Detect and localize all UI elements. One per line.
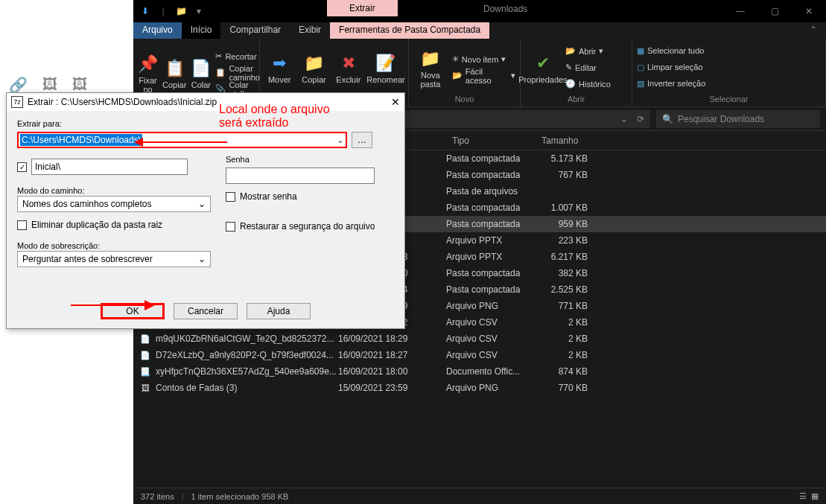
file-type: Pasta compactada xyxy=(446,170,536,180)
extract-to-label: Extrair para: xyxy=(17,119,62,128)
extract-dialog: 7z Extrair : C:\Users\HCMDS\Downloads\In… xyxy=(6,92,405,329)
rename-icon: 📝 xyxy=(375,51,395,75)
menu-file[interactable]: Arquivo xyxy=(133,22,182,39)
ribbon-cut-button[interactable]: ✂Recortar xyxy=(215,49,260,64)
file-size: 767 KB xyxy=(536,170,610,180)
ribbon-properties-button[interactable]: ✔Propriedades xyxy=(525,40,561,95)
menu-home[interactable]: Início xyxy=(182,22,221,39)
qat-divider: | xyxy=(156,4,171,19)
invert-icon: ▨ xyxy=(637,79,644,89)
close-button[interactable]: ✕ xyxy=(792,0,826,22)
file-type: Arquivo PNG xyxy=(446,301,536,311)
svg-marker-3 xyxy=(144,300,155,310)
delete-icon: ✖ xyxy=(342,51,355,75)
search-icon: 🔍 xyxy=(662,114,673,124)
qat-customize-icon[interactable]: ▾ xyxy=(191,4,206,19)
cancel-button[interactable]: Cancelar xyxy=(174,303,238,319)
file-size: 6.217 KB xyxy=(536,252,610,262)
ribbon-rename-button[interactable]: 📝Renomear xyxy=(368,40,404,95)
window-title: Downloads xyxy=(483,4,527,14)
qat-folder-icon[interactable]: 📁 xyxy=(174,4,188,19)
menu-view[interactable]: Exibir xyxy=(290,22,330,39)
file-type: Pasta compactada xyxy=(446,268,536,278)
table-row[interactable]: 📄m9qUK0ZbRN6aICtGW_Te2Q_bd8252372...16/0… xyxy=(133,331,826,347)
table-row[interactable]: 📄D72eXLzbQ_a9nly820P2-Q_b79f3edf0024...1… xyxy=(133,347,826,363)
col-size[interactable]: Tamanho xyxy=(536,135,610,146)
file-size: 2 KB xyxy=(536,334,610,344)
showpw-label: Mostrar senha xyxy=(240,191,297,202)
ribbon-selectall-button[interactable]: ▦Selecionar tudo xyxy=(637,43,821,58)
restore-security-label: Restaurar a segurança do arquivo xyxy=(240,221,375,232)
menu-tools[interactable]: Ferramentas de Pasta Compactada xyxy=(330,22,489,39)
showpw-checkbox[interactable] xyxy=(226,192,235,202)
ribbon-edit-button[interactable]: ✎Editar xyxy=(565,60,611,75)
history-icon: 🕘 xyxy=(565,79,576,89)
sevenzip-icon: 7z xyxy=(11,96,23,108)
file-size: 5.173 KB xyxy=(536,153,610,164)
file-type: Arquivo PPTX xyxy=(446,235,536,246)
minimize-button[interactable]: — xyxy=(723,0,757,22)
file-name: Contos de Fadas (3) xyxy=(156,383,237,393)
selectnone-icon: ▢ xyxy=(637,63,644,72)
file-type: Pasta compactada xyxy=(446,153,536,164)
chevron-down-icon[interactable]: ⌄ xyxy=(337,135,344,145)
move-icon: ➡ xyxy=(273,51,286,75)
file-type: Arquivo PPTX xyxy=(446,252,536,262)
search-placeholder: Pesquisar Downloads xyxy=(678,114,764,124)
dialog-close-button[interactable]: ✕ xyxy=(391,96,400,108)
password-input[interactable] xyxy=(226,168,375,184)
annotation-text: Local onde o arquivo será extraído xyxy=(219,103,330,130)
file-icon: 📄 xyxy=(139,349,151,361)
refresh-icon[interactable]: ⟳ xyxy=(637,114,644,124)
menu-share[interactable]: Compartilhar xyxy=(220,22,290,39)
ribbon-easyaccess-button[interactable]: 📂Fácil acesso ▾ xyxy=(452,68,515,83)
qat-down-icon[interactable]: ⬇ xyxy=(138,4,153,19)
subfolder-checkbox[interactable]: ✓ xyxy=(17,162,27,172)
ribbon-newitem-button[interactable]: ✳Novo item ▾ xyxy=(452,52,515,67)
file-icon: 📄 xyxy=(139,333,151,345)
ribbon-collapse-icon[interactable]: ⌃ xyxy=(801,22,826,39)
ribbon-history-button[interactable]: 🕘Histórico xyxy=(565,77,611,92)
maximize-button[interactable]: ▢ xyxy=(757,0,792,22)
access-icon: 📂 xyxy=(452,71,463,80)
help-button[interactable]: Ajuda xyxy=(247,303,311,319)
col-type[interactable]: Tipo xyxy=(446,135,536,146)
overwrite-combo[interactable]: Perguntar antes de sobrescrever⌄ xyxy=(17,251,211,267)
table-row[interactable]: 📃xyHfpcTnQB2h36XE57AdZg_540ee9a609e...16… xyxy=(133,363,826,380)
ribbon-move-button[interactable]: ➡Mover xyxy=(264,40,294,95)
file-date: 16/09/2021 18:29 xyxy=(338,334,446,344)
ribbon-copyto-button[interactable]: 📁Copiar xyxy=(299,40,328,95)
ribbon-invert-button[interactable]: ▨Inverter seleção xyxy=(637,76,821,91)
subfolder-input[interactable] xyxy=(31,159,188,175)
restore-security-checkbox[interactable] xyxy=(226,222,235,232)
dropdown-icon[interactable]: ⌄ xyxy=(620,114,628,124)
file-type: Pasta de arquivos xyxy=(446,186,536,197)
search-input[interactable]: 🔍 Pesquisar Downloads xyxy=(656,110,820,128)
pathmode-combo[interactable]: Nomes dos caminhos completos⌄ xyxy=(17,196,211,212)
file-type: Pasta compactada xyxy=(446,219,536,229)
file-size: 2 KB xyxy=(536,317,610,328)
copyto-icon: 📁 xyxy=(304,51,324,75)
ribbon-newfolder-button[interactable]: 📁Nova pasta xyxy=(413,40,448,95)
image-icon: 🖼 xyxy=(72,76,87,94)
ribbon-selectnone-button[interactable]: ▢Limpar seleção xyxy=(637,60,821,74)
browse-button[interactable]: … xyxy=(352,132,372,148)
file-size: 2.525 KB xyxy=(536,284,610,295)
properties-icon: ✔ xyxy=(536,51,550,75)
password-label: Senha xyxy=(226,155,250,164)
eliminate-dup-checkbox[interactable] xyxy=(17,220,27,230)
ribbon-copypath-button[interactable]: 📋Copiar caminho xyxy=(215,66,260,80)
table-row[interactable]: 🖼Contos de Fadas (3)15/09/2021 23:59Arqu… xyxy=(133,380,826,396)
ribbon-delete-button[interactable]: ✖Excluir xyxy=(334,40,363,95)
annotation-arrow xyxy=(134,136,231,148)
selectall-icon: ▦ xyxy=(637,46,644,56)
file-type: Arquivo CSV xyxy=(446,317,536,328)
file-size: 874 KB xyxy=(536,366,610,377)
eliminate-dup-label: Eliminar duplicação da pasta raiz xyxy=(31,220,162,230)
ribbon-open-button[interactable]: 📂Abrir ▾ xyxy=(565,44,611,59)
view-icons-icon[interactable]: ▦ xyxy=(811,491,819,501)
view-details-icon[interactable]: ☰ xyxy=(799,491,807,501)
file-type: Documento Offic... xyxy=(446,366,536,377)
ribbon-group-label: Selecionar xyxy=(637,95,821,105)
chevron-down-icon: ⌄ xyxy=(198,254,206,264)
